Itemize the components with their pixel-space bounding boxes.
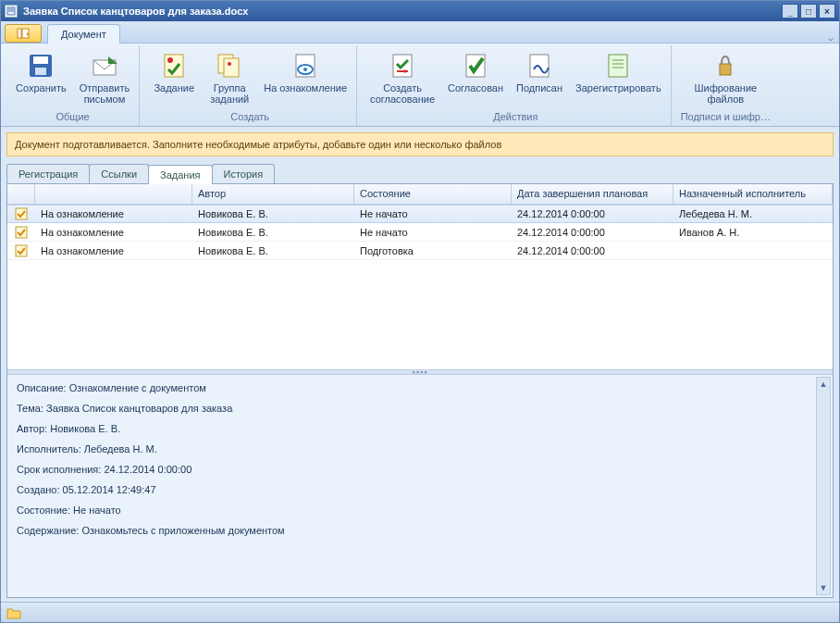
deadline-value: 24.12.2014 0:00:00 bbox=[104, 464, 191, 475]
ribbon-task-button[interactable]: Задание bbox=[149, 49, 199, 95]
col-author[interactable]: Автор bbox=[192, 184, 354, 204]
review-icon bbox=[290, 51, 320, 81]
send-icon bbox=[90, 51, 119, 81]
ribbon-button-label: Создатьсогласование bbox=[370, 82, 435, 105]
info-bar: Документ подготавливается. Заполните нео… bbox=[6, 132, 834, 156]
scroll-up-icon[interactable]: ▲ bbox=[817, 378, 830, 391]
task-icon bbox=[7, 224, 35, 241]
ribbon-tab-strip: Документ ⌵ bbox=[1, 21, 839, 44]
folder-icon[interactable] bbox=[6, 606, 21, 619]
col-assignee[interactable]: Назначенный исполнитель bbox=[673, 184, 833, 204]
state-value: Не начато bbox=[73, 505, 121, 516]
ribbon-group: СохранитьОтправитьписьмомОбщие bbox=[6, 45, 140, 126]
svg-rect-26 bbox=[16, 245, 27, 256]
author-value: Новикова Е. В. bbox=[50, 423, 120, 434]
ribbon-group-title: Создать bbox=[230, 109, 269, 126]
ribbon-button-label: Отправитьписьмом bbox=[80, 82, 130, 105]
table-row[interactable]: На ознакомлениеНовикова Е. В.Подготовка2… bbox=[7, 242, 833, 260]
approve-icon bbox=[388, 51, 417, 81]
splitter-grip-icon: ▪▪▪▪ bbox=[413, 370, 428, 374]
ribbon-send-button[interactable]: Отправитьписьмом bbox=[76, 49, 134, 106]
col-date[interactable]: Дата завершения плановая bbox=[512, 184, 673, 204]
author-label: Автор: bbox=[17, 423, 47, 434]
ribbon-approved-button[interactable]: Согласован bbox=[444, 49, 507, 95]
tab-0[interactable]: Регистрация bbox=[6, 164, 90, 183]
cell-assignee: Лебедева Н. М. bbox=[673, 206, 833, 221]
cell-state: Не начато bbox=[354, 206, 512, 221]
svg-rect-25 bbox=[16, 227, 27, 238]
col-icon[interactable] bbox=[7, 184, 35, 204]
task-icon bbox=[159, 51, 189, 81]
svg-point-15 bbox=[303, 68, 307, 71]
svg-point-9 bbox=[167, 57, 173, 63]
ribbon-button-label: Группазаданий bbox=[210, 82, 249, 105]
close-button[interactable]: × bbox=[819, 4, 835, 19]
cell-author: Новикова Е. В. bbox=[192, 206, 354, 221]
svg-rect-8 bbox=[165, 55, 183, 77]
deadline-label: Срок исполнения: bbox=[17, 464, 101, 475]
cell-assignee: Иванов А. Н. bbox=[673, 225, 833, 240]
ribbon-review-button[interactable]: На ознакомление bbox=[260, 49, 351, 95]
ribbon-encrypt-button[interactable]: Шифрованиефайлов bbox=[690, 49, 760, 106]
ribbon-button-label: Задание bbox=[154, 82, 194, 93]
cell-state: Подготовка bbox=[354, 243, 512, 258]
tab-3[interactable]: История bbox=[212, 164, 276, 183]
ribbon: СохранитьОтправитьписьмомОбщиеЗаданиеГру… bbox=[1, 44, 839, 127]
svg-rect-24 bbox=[16, 208, 27, 219]
window-title: Заявка Список канцтоваров для заказа.doc… bbox=[23, 6, 248, 17]
cell-state: Не начато bbox=[354, 225, 512, 240]
col-name[interactable] bbox=[35, 184, 192, 204]
encrypt-icon bbox=[710, 51, 740, 81]
table-row[interactable]: На ознакомлениеНовикова Е. В.Не начато24… bbox=[7, 205, 833, 223]
assignee-label: Исполнитель: bbox=[17, 443, 81, 455]
cell-author: Новикова Е. В. bbox=[192, 225, 354, 240]
minimize-button[interactable]: _ bbox=[782, 4, 798, 19]
details-scrollbar[interactable]: ▲ ▼ bbox=[816, 377, 831, 595]
ribbon-button-label: Подписан bbox=[516, 82, 562, 93]
ribbon-save-button[interactable]: Сохранить bbox=[12, 49, 70, 95]
svg-rect-11 bbox=[224, 58, 239, 77]
signed-icon bbox=[525, 51, 554, 81]
title-bar: Заявка Список канцтоваров для заказа.doc… bbox=[1, 1, 839, 21]
ribbon-button-label: Согласован bbox=[448, 82, 503, 93]
approved-icon bbox=[461, 51, 490, 81]
task-icon bbox=[7, 243, 35, 259]
ribbon-tab-document[interactable]: Документ bbox=[47, 24, 120, 44]
scroll-down-icon[interactable]: ▼ bbox=[817, 581, 830, 594]
svg-rect-3 bbox=[18, 29, 21, 38]
task-icon bbox=[7, 206, 35, 222]
ribbon-register-button[interactable]: Зарегистрировать bbox=[572, 49, 665, 95]
tab-strip: РегистрацияСсылкиЗаданияИстория bbox=[6, 162, 834, 184]
cell-name: На ознакомление bbox=[35, 225, 192, 240]
content-label: Содержание: bbox=[17, 525, 79, 536]
grid-header: Автор Состояние Дата завершения плановая… bbox=[7, 184, 833, 205]
created-value: 05.12.2014 12:49:47 bbox=[63, 484, 156, 495]
svg-rect-6 bbox=[33, 56, 48, 64]
state-label: Состояние: bbox=[17, 505, 70, 516]
ribbon-group: СоздатьсогласованиеСогласованПодписанЗар… bbox=[361, 45, 672, 126]
register-icon bbox=[603, 51, 633, 81]
ribbon-approve-button[interactable]: Создатьсогласование bbox=[366, 49, 439, 106]
tab-2[interactable]: Задания bbox=[148, 165, 212, 184]
created-label: Создано: bbox=[17, 484, 60, 495]
tab-1[interactable]: Ссылки bbox=[89, 164, 149, 183]
ribbon-collapse-button[interactable]: ⌵ bbox=[828, 32, 834, 43]
cell-date: 24.12.2014 0:00:00 bbox=[512, 243, 673, 258]
cell-date: 24.12.2014 0:00:00 bbox=[512, 206, 673, 221]
svg-point-12 bbox=[228, 62, 231, 66]
taskgroup-icon bbox=[215, 51, 244, 81]
ribbon-signed-button[interactable]: Подписан bbox=[513, 49, 566, 95]
app-menu-button[interactable] bbox=[5, 24, 42, 43]
ribbon-group-title: Действия bbox=[493, 109, 537, 126]
assignee-value: Лебедева Н. М. bbox=[84, 443, 157, 455]
cell-assignee bbox=[673, 249, 833, 253]
ribbon-button-label: На ознакомление bbox=[264, 82, 347, 93]
ribbon-group: ЗаданиеГруппазаданийНа ознакомлениеСозда… bbox=[143, 45, 357, 126]
ribbon-group-title: Общие bbox=[56, 109, 90, 126]
maximize-button[interactable]: □ bbox=[800, 4, 817, 19]
table-row[interactable]: На ознакомлениеНовикова Е. В.Не начато24… bbox=[7, 223, 833, 242]
ribbon-group-title: Подписи и шифр… bbox=[681, 109, 771, 126]
save-icon bbox=[26, 51, 56, 81]
col-state[interactable]: Состояние bbox=[354, 184, 512, 204]
ribbon-taskgroup-button[interactable]: Группазаданий bbox=[204, 49, 254, 106]
